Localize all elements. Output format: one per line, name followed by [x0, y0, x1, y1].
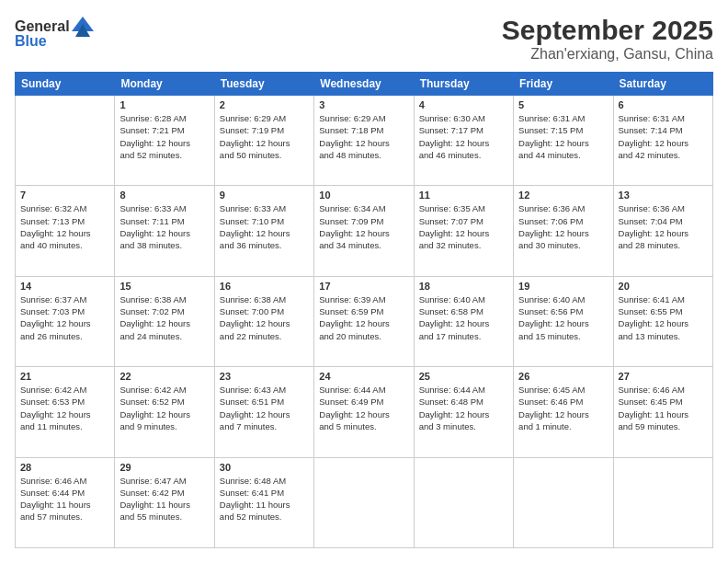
- day-info: Sunrise: 6:40 AM Sunset: 6:58 PM Dayligh…: [419, 293, 508, 342]
- calendar-table: SundayMondayTuesdayWednesdayThursdayFrid…: [15, 72, 713, 548]
- calendar-cell: 7Sunrise: 6:32 AM Sunset: 7:13 PM Daylig…: [16, 186, 115, 276]
- day-info: Sunrise: 6:34 AM Sunset: 7:09 PM Dayligh…: [319, 202, 408, 251]
- logo: General Blue: [15, 15, 97, 55]
- calendar-cell: 15Sunrise: 6:38 AM Sunset: 7:02 PM Dayli…: [115, 276, 214, 366]
- day-number: 13: [619, 190, 708, 201]
- day-number: 14: [20, 281, 109, 292]
- calendar-week-1: 1Sunrise: 6:28 AM Sunset: 7:21 PM Daylig…: [16, 96, 713, 186]
- calendar-cell: [613, 457, 712, 547]
- calendar-cell: [414, 457, 513, 547]
- day-info: Sunrise: 6:31 AM Sunset: 7:14 PM Dayligh…: [619, 112, 708, 161]
- calendar-cell: 5Sunrise: 6:31 AM Sunset: 7:15 PM Daylig…: [514, 96, 613, 186]
- day-info: Sunrise: 6:43 AM Sunset: 6:51 PM Dayligh…: [220, 384, 309, 432]
- calendar-cell: 11Sunrise: 6:35 AM Sunset: 7:07 PM Dayli…: [414, 186, 513, 276]
- day-info: Sunrise: 6:29 AM Sunset: 7:18 PM Dayligh…: [319, 112, 408, 161]
- day-info: Sunrise: 6:41 AM Sunset: 6:55 PM Dayligh…: [619, 293, 708, 342]
- calendar-cell: 20Sunrise: 6:41 AM Sunset: 6:55 PM Dayli…: [613, 276, 712, 366]
- calendar-cell: 1Sunrise: 6:28 AM Sunset: 7:21 PM Daylig…: [115, 96, 214, 186]
- day-info: Sunrise: 6:35 AM Sunset: 7:07 PM Dayligh…: [419, 202, 508, 251]
- day-number: 19: [518, 281, 608, 292]
- day-info: Sunrise: 6:42 AM Sunset: 6:52 PM Dayligh…: [119, 384, 209, 432]
- day-number: 15: [119, 281, 209, 292]
- day-info: Sunrise: 6:38 AM Sunset: 7:02 PM Dayligh…: [119, 293, 209, 342]
- day-number: 20: [619, 281, 708, 292]
- calendar-cell: 29Sunrise: 6:47 AM Sunset: 6:42 PM Dayli…: [115, 457, 214, 547]
- day-number: 24: [319, 371, 408, 382]
- day-number: 22: [119, 371, 209, 382]
- calendar-cell: 4Sunrise: 6:30 AM Sunset: 7:17 PM Daylig…: [414, 96, 513, 186]
- page: General Blue September 2025 Zhan'erxiang…: [0, 0, 728, 563]
- logo-svg: General Blue: [15, 15, 97, 52]
- day-info: Sunrise: 6:36 AM Sunset: 7:06 PM Dayligh…: [518, 202, 608, 251]
- header: General Blue September 2025 Zhan'erxiang…: [15, 15, 713, 63]
- day-number: 9: [220, 190, 309, 201]
- day-number: 4: [419, 99, 508, 110]
- day-number: 27: [619, 371, 708, 382]
- main-title: September 2025: [502, 15, 713, 46]
- day-info: Sunrise: 6:44 AM Sunset: 6:49 PM Dayligh…: [319, 384, 408, 432]
- day-number: 28: [20, 462, 109, 473]
- calendar-cell: 12Sunrise: 6:36 AM Sunset: 7:06 PM Dayli…: [514, 186, 613, 276]
- day-info: Sunrise: 6:33 AM Sunset: 7:11 PM Dayligh…: [119, 202, 209, 251]
- calendar-week-3: 14Sunrise: 6:37 AM Sunset: 7:03 PM Dayli…: [16, 276, 713, 366]
- calendar-cell: 2Sunrise: 6:29 AM Sunset: 7:19 PM Daylig…: [214, 96, 313, 186]
- svg-text:General: General: [15, 18, 70, 34]
- day-info: Sunrise: 6:36 AM Sunset: 7:04 PM Dayligh…: [619, 202, 708, 251]
- calendar-header-row: SundayMondayTuesdayWednesdayThursdayFrid…: [16, 73, 713, 96]
- calendar-cell: 21Sunrise: 6:42 AM Sunset: 6:53 PM Dayli…: [16, 367, 115, 457]
- calendar-cell: [314, 457, 414, 547]
- calendar-cell: 8Sunrise: 6:33 AM Sunset: 7:11 PM Daylig…: [115, 186, 214, 276]
- calendar-cell: 14Sunrise: 6:37 AM Sunset: 7:03 PM Dayli…: [16, 276, 115, 366]
- calendar-cell: 16Sunrise: 6:38 AM Sunset: 7:00 PM Dayli…: [214, 276, 313, 366]
- day-number: 17: [319, 281, 408, 292]
- calendar-cell: 10Sunrise: 6:34 AM Sunset: 7:09 PM Dayli…: [314, 186, 414, 276]
- day-info: Sunrise: 6:31 AM Sunset: 7:15 PM Dayligh…: [518, 112, 608, 161]
- calendar-cell: 18Sunrise: 6:40 AM Sunset: 6:58 PM Dayli…: [414, 276, 513, 366]
- calendar-cell: 24Sunrise: 6:44 AM Sunset: 6:49 PM Dayli…: [314, 367, 414, 457]
- day-number: 26: [518, 371, 608, 382]
- calendar-cell: 3Sunrise: 6:29 AM Sunset: 7:18 PM Daylig…: [314, 96, 414, 186]
- day-info: Sunrise: 6:29 AM Sunset: 7:19 PM Dayligh…: [220, 112, 309, 161]
- calendar-week-2: 7Sunrise: 6:32 AM Sunset: 7:13 PM Daylig…: [16, 186, 713, 276]
- calendar-cell: [16, 96, 115, 186]
- title-block: September 2025 Zhan'erxiang, Gansu, Chin…: [502, 15, 713, 63]
- day-number: 30: [220, 462, 309, 473]
- subtitle: Zhan'erxiang, Gansu, China: [502, 46, 713, 63]
- calendar-cell: 30Sunrise: 6:48 AM Sunset: 6:41 PM Dayli…: [214, 457, 313, 547]
- day-number: 21: [20, 371, 109, 382]
- day-number: 8: [119, 190, 209, 201]
- day-info: Sunrise: 6:42 AM Sunset: 6:53 PM Dayligh…: [20, 384, 109, 432]
- day-number: 5: [518, 99, 608, 110]
- day-number: 6: [619, 99, 708, 110]
- day-info: Sunrise: 6:45 AM Sunset: 6:46 PM Dayligh…: [518, 384, 608, 432]
- calendar-cell: 22Sunrise: 6:42 AM Sunset: 6:52 PM Dayli…: [115, 367, 214, 457]
- day-number: 3: [319, 99, 408, 110]
- day-number: 29: [119, 462, 209, 473]
- calendar-header-wednesday: Wednesday: [314, 73, 414, 96]
- day-info: Sunrise: 6:47 AM Sunset: 6:42 PM Dayligh…: [119, 475, 209, 523]
- calendar-header-friday: Friday: [514, 73, 613, 96]
- calendar-cell: 6Sunrise: 6:31 AM Sunset: 7:14 PM Daylig…: [613, 96, 712, 186]
- day-info: Sunrise: 6:30 AM Sunset: 7:17 PM Dayligh…: [419, 112, 508, 161]
- calendar-header-thursday: Thursday: [414, 73, 513, 96]
- calendar-cell: 26Sunrise: 6:45 AM Sunset: 6:46 PM Dayli…: [514, 367, 613, 457]
- day-info: Sunrise: 6:48 AM Sunset: 6:41 PM Dayligh…: [220, 475, 309, 523]
- day-info: Sunrise: 6:40 AM Sunset: 6:56 PM Dayligh…: [518, 293, 608, 342]
- day-info: Sunrise: 6:46 AM Sunset: 6:44 PM Dayligh…: [20, 475, 109, 523]
- calendar-cell: 13Sunrise: 6:36 AM Sunset: 7:04 PM Dayli…: [613, 186, 712, 276]
- calendar-header-monday: Monday: [115, 73, 214, 96]
- day-number: 11: [419, 190, 508, 201]
- calendar-week-4: 21Sunrise: 6:42 AM Sunset: 6:53 PM Dayli…: [16, 367, 713, 457]
- day-number: 23: [220, 371, 309, 382]
- day-info: Sunrise: 6:33 AM Sunset: 7:10 PM Dayligh…: [220, 202, 309, 251]
- calendar-cell: 23Sunrise: 6:43 AM Sunset: 6:51 PM Dayli…: [214, 367, 313, 457]
- day-info: Sunrise: 6:39 AM Sunset: 6:59 PM Dayligh…: [319, 293, 408, 342]
- calendar-week-5: 28Sunrise: 6:46 AM Sunset: 6:44 PM Dayli…: [16, 457, 713, 547]
- calendar-cell: 17Sunrise: 6:39 AM Sunset: 6:59 PM Dayli…: [314, 276, 414, 366]
- calendar-cell: 25Sunrise: 6:44 AM Sunset: 6:48 PM Dayli…: [414, 367, 513, 457]
- calendar-cell: 28Sunrise: 6:46 AM Sunset: 6:44 PM Dayli…: [16, 457, 115, 547]
- calendar-cell: 19Sunrise: 6:40 AM Sunset: 6:56 PM Dayli…: [514, 276, 613, 366]
- day-info: Sunrise: 6:28 AM Sunset: 7:21 PM Dayligh…: [119, 112, 209, 161]
- calendar-cell: [514, 457, 613, 547]
- day-number: 18: [419, 281, 508, 292]
